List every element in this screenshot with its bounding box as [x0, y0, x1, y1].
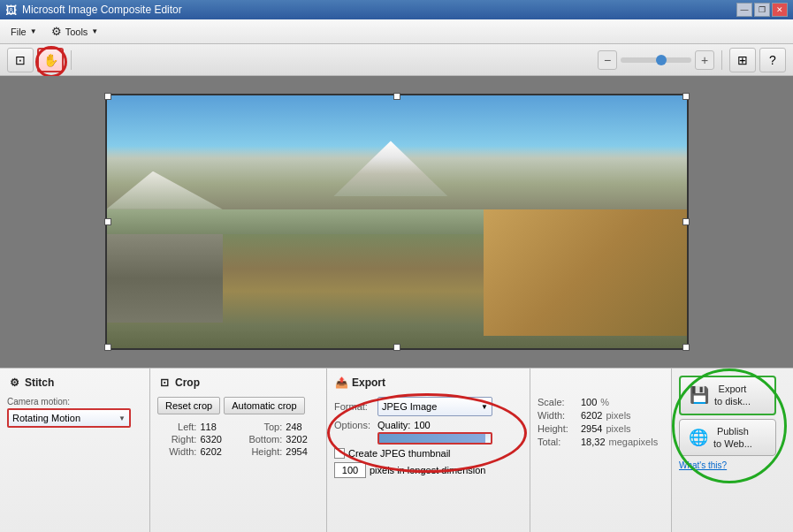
handle-leftmid[interactable] [104, 218, 111, 225]
thumbnail-checkbox[interactable] [334, 448, 345, 459]
tools-menu-icon: ⚙ [51, 25, 62, 38]
stats-width-value: 6202 [581, 410, 602, 421]
panorama-container[interactable] [105, 94, 689, 350]
format-arrow: ▼ [481, 403, 488, 411]
window-button[interactable]: ⊞ [729, 48, 756, 72]
stitch-panel: ⚙ Stitch Camera motion: Rotating Motion … [0, 369, 150, 532]
toolbar-separator-2 [721, 50, 722, 70]
crop-panel-icon: ⊡ [157, 376, 172, 390]
reset-crop-button[interactable]: Reset crop [157, 397, 220, 414]
tools-menu-arrow: ▼ [91, 27, 98, 35]
tools-menu-label: Tools [65, 27, 88, 37]
stats-panel: Scale: 100 % Width: 6202 pixels Height: … [530, 369, 672, 532]
hand-tool-button[interactable]: ✋ [37, 48, 64, 72]
camera-motion-label: Camera motion: [7, 397, 142, 407]
publish-to-web-button[interactable]: 🌐 Publish to Web... [679, 419, 776, 457]
zoom-out-button[interactable]: − [598, 50, 617, 70]
export-to-disk-button[interactable]: 💾 Export to disk... [679, 376, 776, 415]
handle-topmid[interactable] [393, 93, 400, 100]
quality-slider-fill [379, 434, 485, 443]
zoom-controls: − + [598, 50, 714, 70]
handle-rightmid[interactable] [682, 218, 690, 225]
close-button[interactable]: ✕ [772, 3, 788, 17]
quality-value: 100 [414, 420, 430, 430]
zoom-in-button[interactable]: + [695, 50, 714, 70]
help-button[interactable]: ? [759, 48, 786, 72]
pixels-label: pixels in longest dimension [370, 465, 485, 475]
pixels-row: 100 pixels in longest dimension [334, 462, 522, 478]
crop-values: Left: 118 Top: 248 Right: 6320 Bottom: 3… [157, 422, 319, 457]
crop-tool-button[interactable]: ⊡ [7, 48, 34, 72]
right-label: Right: [157, 434, 196, 445]
export-web-label: Publish to Web... [713, 425, 752, 451]
options-row: Options: Quality: 100 [334, 420, 522, 445]
tools-menu[interactable]: ⚙ Tools ▼ [44, 22, 106, 41]
stitch-panel-title: ⚙ Stitch [7, 376, 142, 390]
camera-motion-select[interactable]: Rotating Motion ▼ [7, 408, 131, 428]
crop-width-value: 6202 [200, 446, 233, 457]
quality-row: Quality: 100 [377, 420, 492, 430]
crop-tool-icon: ⊡ [15, 53, 26, 67]
crop-width-label: Width: [157, 446, 196, 457]
stats-width-row: Width: 6202 pixels [538, 410, 664, 421]
handle-bottomleft[interactable] [104, 344, 111, 351]
titlebar: 🖼 Microsoft Image Composite Editor — ❐ ✕ [0, 0, 793, 19]
export-icon: 📤 [334, 376, 348, 390]
export-panel: 📤 Export Format: JPEG Image ▼ Options: Q… [327, 369, 530, 532]
top-label: Top: [237, 422, 282, 432]
help-icon: ? [769, 53, 776, 67]
format-label: Format: [334, 401, 374, 412]
file-menu[interactable]: File ▼ [4, 24, 44, 40]
crop-height-value: 2954 [286, 446, 319, 457]
total-unit: megapixels [609, 437, 659, 447]
thumbnail-row: Create JPEG thumbnail [334, 448, 522, 459]
crop-buttons: Reset crop Automatic crop [157, 397, 319, 414]
handle-bottommid[interactable] [393, 344, 400, 351]
handle-bottomright[interactable] [682, 344, 690, 351]
hand-tool-icon: ✋ [43, 53, 58, 67]
stats-width-label: Width: [538, 410, 577, 421]
pixels-input[interactable]: 100 [334, 462, 366, 478]
whats-this-link[interactable]: What's this? [679, 460, 727, 470]
total-label: Total: [538, 437, 577, 447]
crop-title-label: Crop [175, 376, 200, 389]
quality-slider[interactable] [377, 432, 492, 445]
file-menu-label: File [11, 27, 27, 37]
scale-value: 100 [581, 397, 597, 407]
scale-row: Scale: 100 % [538, 397, 664, 407]
right-value: 6320 [200, 434, 233, 445]
handle-topright[interactable] [682, 93, 690, 100]
camera-motion-arrow: ▼ [118, 414, 126, 422]
auto-crop-button[interactable]: Automatic crop [224, 397, 304, 414]
scale-label: Scale: [538, 397, 577, 407]
format-select[interactable]: JPEG Image ▼ [377, 397, 492, 416]
left-label: Left: [157, 422, 196, 432]
web-icon: 🌐 [689, 428, 708, 447]
stats-height-unit: pixels [606, 423, 630, 434]
minimize-button[interactable]: — [736, 3, 752, 17]
export-buttons-panel: 💾 Export to disk... 🌐 Publish to Web... … [672, 369, 793, 532]
stats-height-value: 2954 [581, 423, 602, 434]
handle-topleft[interactable] [104, 93, 111, 100]
window-icon: ⊞ [737, 53, 748, 67]
options-label: Options: [334, 420, 374, 430]
restore-button[interactable]: ❐ [754, 3, 770, 17]
main-canvas [0, 76, 793, 368]
thumbnail-label: Create JPEG thumbnail [348, 448, 451, 459]
total-value: 18,32 [581, 437, 606, 447]
panorama-image [105, 94, 689, 350]
total-row: Total: 18,32 megapixels [538, 437, 664, 447]
stats-height-label: Height: [538, 423, 577, 434]
stitch-title-label: Stitch [25, 376, 54, 389]
scale-unit: % [600, 397, 609, 407]
crop-panel: ⊡ Crop Reset crop Automatic crop Left: 1… [150, 369, 327, 532]
toolbar-separator [71, 50, 72, 70]
export-disk-label: Export to disk... [714, 383, 751, 408]
zoom-slider[interactable] [621, 57, 691, 63]
format-row: Format: JPEG Image ▼ [334, 397, 522, 416]
bottom-value: 3202 [286, 434, 319, 445]
quality-label: Quality: [377, 420, 410, 430]
options-content: Quality: 100 [377, 420, 492, 445]
crop-panel-title: ⊡ Crop [157, 376, 319, 390]
file-menu-arrow: ▼ [30, 27, 37, 35]
